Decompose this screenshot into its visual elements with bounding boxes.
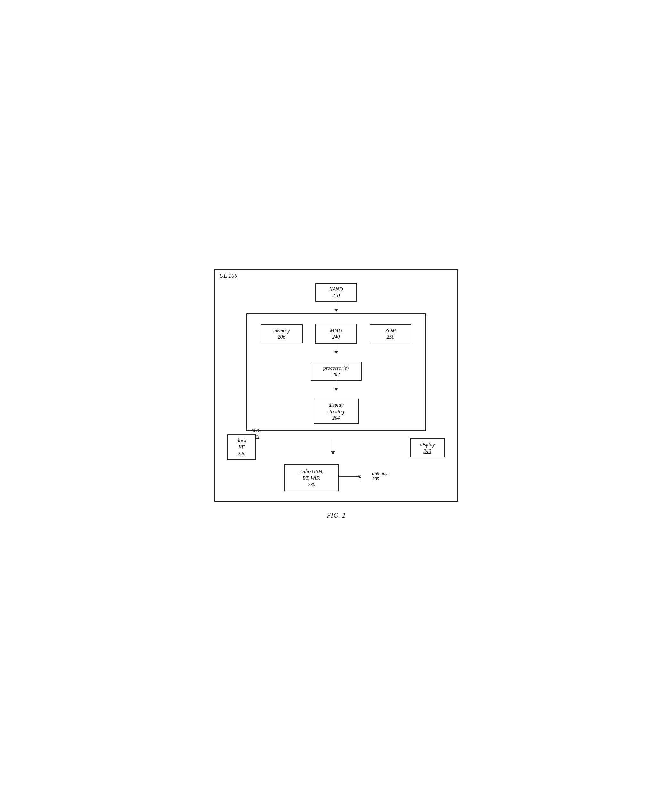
antenna-label: antenna 235 [372, 471, 387, 482]
nand-arrow-down [333, 302, 339, 313]
rom-box: ROM 250 [370, 324, 411, 343]
radio-box: radio GSM,BT, WiFi 230 [284, 465, 339, 491]
mmu-row: memory 206 MMU 240 [253, 324, 419, 344]
figure-label: FIG. 2 [326, 511, 346, 519]
display-ext-box: display 240 [410, 438, 445, 457]
mmu-label: MMU [320, 327, 352, 334]
processor-box: processor(s) 202 [311, 362, 362, 381]
svg-marker-8 [331, 451, 335, 455]
rom-num: 250 [374, 334, 408, 340]
processor-num: 202 [315, 372, 357, 377]
radio-num: 230 [289, 482, 334, 487]
dock-label: dockI/F [231, 438, 253, 451]
svg-marker-1 [334, 309, 338, 312]
radio-label: radio GSM,BT, WiFi [289, 468, 334, 482]
outer-box: UE 106 NAND 210 [214, 270, 458, 501]
nand-label: NAND [320, 286, 352, 293]
display-circ-num: 204 [318, 415, 354, 421]
dock-box: dockI/F 220 [227, 434, 256, 460]
radio-antenna-line [339, 471, 371, 481]
mmu-num: 240 [320, 334, 352, 340]
processor-label: processor(s) [315, 365, 357, 372]
svg-marker-6 [334, 388, 338, 391]
svg-marker-4 [334, 351, 338, 354]
soc-radio-arrow [330, 440, 336, 456]
main-diagram: NAND 210 memory [221, 276, 451, 491]
display-circ-label: displaycircuitry [318, 402, 354, 415]
soc-inner: memory 206 MMU 240 [253, 320, 419, 424]
display-ext-num: 240 [414, 449, 441, 454]
memory-label: memory [265, 327, 299, 334]
display-ext-label: display [414, 442, 441, 449]
mmu-box: MMU 240 [315, 324, 357, 344]
memory-box: memory 206 [261, 324, 303, 343]
mmu-proc-arrow [333, 344, 339, 355]
soc-box: memory 206 MMU 240 [247, 313, 426, 431]
proc-disp-arrow [333, 381, 339, 392]
nand-num: 210 [320, 293, 352, 299]
display-circuitry-box: displaycircuitry 204 [314, 399, 358, 424]
nand-box: NAND 210 [315, 283, 357, 302]
dock-num: 220 [231, 451, 253, 457]
page-container: UE 106 NAND 210 [211, 270, 461, 519]
rom-label: ROM [374, 327, 408, 334]
memory-num: 206 [265, 334, 299, 340]
